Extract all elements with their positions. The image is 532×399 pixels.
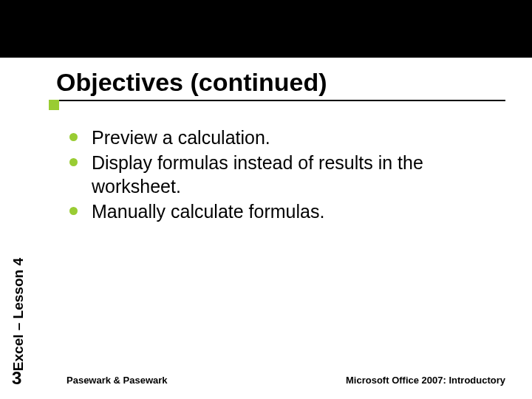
footer-right: Microsoft Office 2007: Introductory: [346, 375, 505, 386]
title-underline: [56, 100, 505, 101]
top-black-bar: [0, 0, 532, 58]
accent-square-icon: [49, 100, 59, 110]
footer-left: Pasewark & Pasewark: [66, 375, 168, 386]
sidebar: Excel – Lesson 4: [0, 120, 37, 371]
slide-title: Objectives (continued): [56, 68, 517, 97]
page-number: 3: [12, 368, 21, 389]
list-item: Display formulas instead of results in t…: [66, 151, 502, 198]
slide: Objectives (continued) Excel – Lesson 4 …: [0, 0, 532, 399]
bullet-text: Display formulas instead of results in t…: [92, 152, 423, 197]
bullet-text: Manually calculate formulas.: [92, 201, 324, 222]
sidebar-label: Excel – Lesson 4: [10, 95, 27, 371]
body-content: Preview a calculation. Display formulas …: [66, 126, 502, 225]
list-item: Preview a calculation.: [66, 126, 502, 149]
bullet-text: Preview a calculation.: [92, 127, 270, 148]
title-band: Objectives (continued): [0, 58, 532, 117]
objectives-list: Preview a calculation. Display formulas …: [66, 126, 502, 223]
list-item: Manually calculate formulas.: [66, 200, 502, 223]
